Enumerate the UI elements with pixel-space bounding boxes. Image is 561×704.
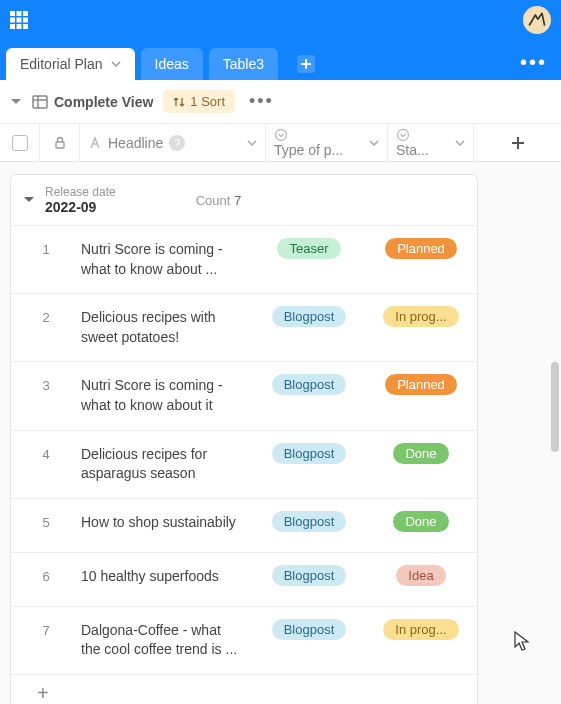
text-icon [88, 136, 102, 150]
group-field-label: Release date [45, 185, 116, 199]
svg-point-15 [398, 129, 409, 140]
view-name-label: Complete View [54, 94, 153, 110]
sort-button[interactable]: 1 Sort [163, 90, 235, 113]
tab-bar: Editorial Plan Ideas Table3 ••• [0, 40, 561, 80]
tab-label: Table3 [223, 56, 264, 72]
cell-headline[interactable]: Delicious recipes for asparagus season [81, 431, 247, 498]
table-row[interactable]: 4 Delicious recipes for asparagus season… [11, 430, 477, 498]
view-selector[interactable]: Complete View [32, 94, 153, 110]
help-icon[interactable]: ? [169, 135, 185, 151]
sort-label: 1 Sort [190, 94, 225, 109]
cell-status[interactable]: Planned [371, 226, 471, 259]
svg-rect-6 [10, 24, 15, 29]
cell-status[interactable]: In prog... [371, 607, 471, 640]
table-row[interactable]: 2 Delicious recipes with sweet potatoes!… [11, 293, 477, 361]
collapse-all-icon[interactable] [10, 96, 22, 108]
svg-rect-4 [17, 18, 22, 23]
svg-rect-2 [23, 11, 28, 16]
single-select-icon [274, 128, 288, 142]
scrollbar-thumb[interactable] [551, 362, 559, 452]
cell-type[interactable]: Blogpost [247, 294, 371, 327]
svg-point-14 [276, 129, 287, 140]
column-header-type[interactable]: Type of p... [266, 124, 388, 161]
row-number: 3 [11, 362, 81, 393]
cell-type[interactable]: Blogpost [247, 362, 371, 395]
tab-label: Ideas [155, 56, 189, 72]
row-number: 7 [11, 607, 81, 638]
view-more-button[interactable]: ••• [245, 91, 278, 112]
row-number: 4 [11, 431, 81, 462]
tab-label: Editorial Plan [20, 56, 103, 72]
cell-headline[interactable]: Nutri Score is coming - what to know abo… [81, 362, 247, 429]
cell-type[interactable]: Teaser [247, 226, 371, 259]
group-2022-09: Release date 2022-09 Count 7 1 Nutri Sco… [10, 174, 478, 704]
add-row-button[interactable]: + [11, 674, 477, 704]
view-toolbar: Complete View 1 Sort ••• [0, 80, 561, 124]
svg-rect-7 [17, 24, 22, 29]
svg-rect-13 [56, 142, 64, 148]
cell-type[interactable]: Blogpost [247, 499, 371, 532]
cell-type[interactable]: Blogpost [247, 553, 371, 586]
tab-more-button[interactable]: ••• [512, 51, 555, 74]
cell-status[interactable]: Planned [371, 362, 471, 395]
group-value: 2022-09 [45, 199, 116, 215]
app-header [0, 0, 561, 40]
plus-icon [510, 135, 526, 151]
column-label: Type of p... [274, 142, 343, 158]
row-number: 2 [11, 294, 81, 325]
cell-status[interactable]: Done [371, 431, 471, 464]
svg-rect-1 [17, 11, 22, 16]
cell-headline[interactable]: 10 healthy superfoods [81, 553, 247, 601]
cursor-icon [513, 630, 531, 652]
apps-grid-icon[interactable] [4, 5, 34, 35]
add-column-button[interactable] [474, 124, 561, 161]
chevron-down-icon[interactable] [369, 138, 379, 148]
table-row[interactable]: 5 How to shop sustainabily Blogpost Done [11, 498, 477, 552]
lock-column [40, 124, 80, 161]
tab-editorial-plan[interactable]: Editorial Plan [6, 48, 135, 80]
column-header-row: Headline ? Type of p... Sta... [0, 124, 561, 162]
tab-table3[interactable]: Table3 [209, 48, 278, 80]
svg-rect-10 [33, 96, 47, 108]
group-header[interactable]: Release date 2022-09 Count 7 [11, 175, 477, 225]
sort-icon [173, 96, 185, 108]
group-count: Count 7 [196, 193, 242, 208]
row-number: 1 [11, 226, 81, 257]
cell-headline[interactable]: Dalgona-Coffee - what the cool coffee tr… [81, 607, 247, 674]
column-label: Sta... [396, 142, 429, 158]
content-area: Release date 2022-09 Count 7 1 Nutri Sco… [0, 162, 561, 704]
lock-icon [53, 136, 67, 150]
column-header-status[interactable]: Sta... [388, 124, 474, 161]
table-row[interactable]: 6 10 healthy superfoods Blogpost Idea [11, 552, 477, 606]
svg-rect-5 [23, 18, 28, 23]
column-header-headline[interactable]: Headline ? [80, 124, 266, 161]
user-avatar[interactable] [523, 6, 551, 34]
chevron-down-icon [111, 59, 121, 69]
svg-rect-0 [10, 11, 15, 16]
svg-rect-3 [10, 18, 15, 23]
collapse-group-icon[interactable] [23, 194, 35, 206]
cell-headline[interactable]: Delicious recipes with sweet potatoes! [81, 294, 247, 361]
cell-type[interactable]: Blogpost [247, 431, 371, 464]
tab-ideas[interactable]: Ideas [141, 48, 203, 80]
table-row[interactable]: 3 Nutri Score is coming - what to know a… [11, 361, 477, 429]
svg-rect-8 [23, 24, 28, 29]
chevron-down-icon[interactable] [455, 138, 465, 148]
row-number: 5 [11, 499, 81, 530]
cell-type[interactable]: Blogpost [247, 607, 371, 640]
row-number: 6 [11, 553, 81, 584]
chevron-down-icon[interactable] [247, 138, 257, 148]
cell-status[interactable]: Done [371, 499, 471, 532]
table-icon [32, 94, 48, 110]
cell-headline[interactable]: How to shop sustainabily [81, 499, 247, 547]
add-tab-button[interactable] [292, 50, 320, 78]
cell-headline[interactable]: Nutri Score is coming - what to know abo… [81, 226, 247, 293]
table-row[interactable]: 1 Nutri Score is coming - what to know a… [11, 225, 477, 293]
cell-status[interactable]: In prog... [371, 294, 471, 327]
select-all-checkbox[interactable] [0, 124, 40, 161]
single-select-icon [396, 128, 410, 142]
column-label: Headline [108, 135, 163, 151]
table-row[interactable]: 7 Dalgona-Coffee - what the cool coffee … [11, 606, 477, 674]
cell-status[interactable]: Idea [371, 553, 471, 586]
